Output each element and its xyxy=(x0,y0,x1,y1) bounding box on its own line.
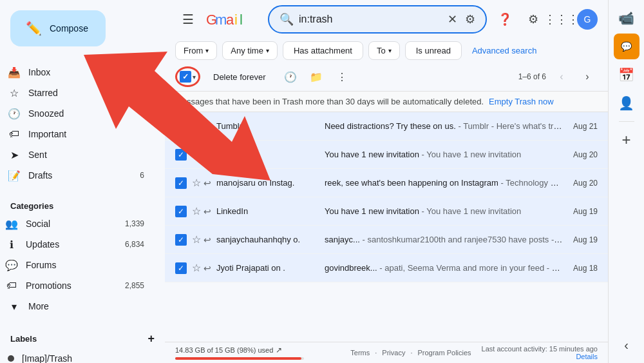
checkmark-icon: ✓ xyxy=(178,207,184,216)
labels-header: Labels + xyxy=(0,327,165,348)
sidebar-item-inbox[interactable]: 📥 Inbox 11,999 xyxy=(0,62,155,83)
search-clear-icon[interactable]: ✕ xyxy=(448,12,457,26)
star-icon-1[interactable]: ☆ xyxy=(192,120,201,132)
user-avatar[interactable]: G xyxy=(577,9,598,30)
any-time-arrow-icon: ▾ xyxy=(266,47,269,54)
forums-icon: 💬 xyxy=(5,259,18,271)
details-link[interactable]: Details xyxy=(576,353,598,360)
chat-icon[interactable]: 💬 xyxy=(614,34,639,59)
page-info: 1–6 of 6 ‹ › xyxy=(518,66,598,87)
prev-page-button[interactable]: ‹ xyxy=(551,66,572,87)
star-icon-6[interactable]: ☆ xyxy=(192,262,201,274)
categories-header: Categories xyxy=(0,196,165,213)
compose-button[interactable]: ✏️ Compose xyxy=(10,10,106,46)
sidebar-item-starred[interactable]: ☆ Starred xyxy=(0,83,155,103)
advanced-search-link[interactable]: Advanced search xyxy=(467,42,542,59)
meet-icon[interactable]: 📹 xyxy=(614,5,639,31)
sidebar-item-sent[interactable]: ➤ Sent xyxy=(0,144,155,165)
hamburger-menu[interactable]: ☰ xyxy=(175,6,201,32)
page-count: 1–6 of 6 xyxy=(518,72,546,81)
last-activity-text: Last account activity: 15 minutes ago xyxy=(482,345,598,353)
filter-bar: From ▾ Any time ▾ Has attachment To ▾ Is… xyxy=(165,39,608,63)
preview-5: - santoshkumar2100th and ranjee7530 have… xyxy=(363,235,563,244)
email-checkbox-5[interactable]: ✓ xyxy=(175,234,187,246)
move-to-button[interactable]: 📁 xyxy=(305,65,328,88)
select-dropdown-icon[interactable]: ▾ xyxy=(193,74,196,81)
date-5: Aug 19 xyxy=(573,235,598,244)
email-checkbox-1[interactable]: ✓ xyxy=(175,121,187,132)
sidebar-item-social[interactable]: 👥 Social 1,339 xyxy=(0,213,155,234)
subject-5: sanjayc... xyxy=(325,235,360,244)
any-time-filter[interactable]: Any time ▾ xyxy=(222,41,278,60)
table-row[interactable]: ✓ ☆ ↩ Tumblr Need distractions? Try thes… xyxy=(165,112,608,141)
select-all-checkbox[interactable]: ✓ xyxy=(180,71,191,83)
empty-trash-button[interactable]: Empty Trash now xyxy=(489,97,553,106)
collapse-panel-icon[interactable]: ‹ xyxy=(614,332,639,358)
updates-count: 6,834 xyxy=(125,240,144,249)
to-arrow-icon: ▾ xyxy=(388,47,392,54)
important-icon: 🏷 xyxy=(8,128,21,140)
inbox-icon: 📥 xyxy=(8,66,21,79)
table-row[interactable]: ✓ ☆ ↩ LinkedIn You have 1 new invitation… xyxy=(165,197,608,226)
table-row[interactable]: ✓ ☆ ↩ manojsaru on Instag. reek, see wha… xyxy=(165,169,608,197)
email-checkbox-2[interactable]: ✓ xyxy=(175,149,187,161)
email-checkbox-3[interactable]: ✓ xyxy=(175,177,187,189)
table-row[interactable]: ✓ ☆ ↩ Jyoti Prajapati on . govindbreek..… xyxy=(165,254,608,282)
add-label-button[interactable]: + xyxy=(147,332,155,346)
sidebar-item-promotions[interactable]: 🏷 Promotions 2,855 xyxy=(0,275,155,296)
help-button[interactable]: ❓ xyxy=(492,6,518,32)
sidebar-item-more[interactable]: ▾ More xyxy=(0,296,155,317)
privacy-link-text[interactable]: Privacy xyxy=(382,349,405,357)
trash-notice-text: Messages that have been in Trash more th… xyxy=(175,97,484,106)
sidebar-item-forums[interactable]: 💬 Forums xyxy=(0,255,155,275)
next-page-button[interactable]: › xyxy=(577,66,598,87)
star-icon-3[interactable]: ☆ xyxy=(192,177,201,189)
email-list: ✓ ☆ ↩ Tumblr Need distractions? Try thes… xyxy=(165,112,608,342)
add-panel-button[interactable]: + xyxy=(614,127,639,153)
right-panel: 📹 💬 📅 👤 + ‹ xyxy=(608,0,644,363)
sidebar-item-drafts[interactable]: 📝 Drafts 6 xyxy=(0,165,155,186)
star-icon-5[interactable]: ☆ xyxy=(192,233,201,246)
search-input[interactable] xyxy=(299,14,442,25)
privacy-link[interactable]: · xyxy=(375,349,377,357)
select-all-wrapper[interactable]: ✓ ▾ xyxy=(175,66,200,87)
star-icon-2[interactable]: ☆ xyxy=(192,148,201,161)
checkmark-icon: ✓ xyxy=(178,264,184,273)
table-row[interactable]: ✓ ☆ ↩ sanjaychauhanhqhy o. sanjayc... - … xyxy=(165,226,608,254)
sidebar-item-updates[interactable]: ℹ Updates 6,834 xyxy=(0,234,155,255)
footer-right: Last account activity: 15 minutes ago De… xyxy=(482,345,598,360)
label-imap-trash-label: [Imap]/Trash xyxy=(22,353,72,363)
keep-icon[interactable]: 👤 xyxy=(614,90,639,116)
search-filter-icon[interactable]: ⚙ xyxy=(465,12,475,26)
topbar: ☰ G m a i l 🔍 ✕ ⚙ ❓ ⚙ ⋮⋮⋮ G xyxy=(165,0,608,39)
storage-usage: 14.83 GB of 15 GB (98%) used xyxy=(175,346,273,354)
star-icon-4[interactable]: ☆ xyxy=(192,205,201,217)
search-bar[interactable]: 🔍 ✕ ⚙ xyxy=(268,5,487,34)
sidebar-item-snoozed[interactable]: 🕐 Snoozed xyxy=(0,103,155,124)
apps-button[interactable]: ⋮⋮⋮ xyxy=(549,6,574,32)
subject-preview-2: You have 1 new invitation - You have 1 n… xyxy=(325,150,563,159)
sidebar-item-important[interactable]: 🏷 Important xyxy=(0,124,155,144)
terms-link[interactable]: Terms xyxy=(350,349,370,357)
subject-preview-4: You have 1 new invitation - You have 1 n… xyxy=(325,206,563,216)
delete-forever-button[interactable]: Delete forever xyxy=(203,68,276,86)
separator: · xyxy=(410,349,412,357)
label-imap-trash[interactable]: [Imap]/Trash xyxy=(0,348,155,363)
email-checkbox-6[interactable]: ✓ xyxy=(175,262,187,274)
to-filter[interactable]: To ▾ xyxy=(368,41,400,60)
program-policies-link[interactable]: Program Policies xyxy=(417,349,471,357)
has-attachment-filter[interactable]: Has attachment xyxy=(283,41,363,60)
drafts-label: Drafts xyxy=(28,170,140,181)
storage-link-icon[interactable]: ↗ xyxy=(276,346,282,355)
settings-button[interactable]: ⚙ xyxy=(520,6,546,32)
email-checkbox-4[interactable]: ✓ xyxy=(175,206,187,217)
snooze-button[interactable]: 🕐 xyxy=(279,65,302,88)
calendar-icon[interactable]: 📅 xyxy=(614,62,639,88)
sender-5: sanjaychauhanhqhy o. xyxy=(216,235,319,244)
is-unread-filter[interactable]: Is unread xyxy=(405,41,462,60)
from-filter[interactable]: From ▾ xyxy=(175,41,217,60)
more-options-button[interactable]: ⋮ xyxy=(330,65,354,88)
advanced-search-label: Advanced search xyxy=(472,46,536,55)
table-row[interactable]: ✓ ☆ ↩ LinkedIn You have 1 new invitation… xyxy=(165,141,608,169)
any-time-label: Any time xyxy=(231,46,263,55)
